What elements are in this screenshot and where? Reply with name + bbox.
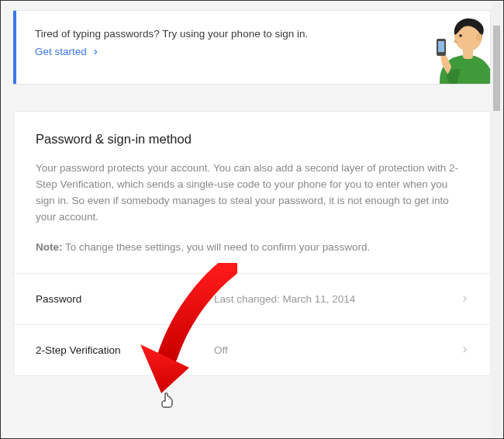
two-step-row-label: 2-Step Verification xyxy=(36,344,214,356)
two-step-verification-row[interactable]: 2-Step Verification Off xyxy=(14,324,490,375)
get-started-link[interactable]: Get started xyxy=(35,46,99,57)
note-text: To change these settings, you will need … xyxy=(63,241,371,253)
note-label: Note: xyxy=(36,241,63,253)
password-signin-card: Password & sign-in method Your password … xyxy=(13,111,491,376)
section-description: Your password protects your account. You… xyxy=(36,161,468,226)
window-frame: Tired of typing passwords? Try using you… xyxy=(0,0,504,439)
chevron-right-icon xyxy=(461,293,468,304)
two-step-row-value: Off xyxy=(214,344,461,356)
section-note: Note: To change these settings, you will… xyxy=(36,240,468,256)
chevron-right-icon xyxy=(461,344,468,355)
password-row[interactable]: Password Last changed: March 11, 2014 xyxy=(14,273,490,324)
svg-rect-5 xyxy=(438,41,444,52)
phone-signin-promo-card: Tired of typing passwords? Try using you… xyxy=(13,10,491,85)
password-row-label: Password xyxy=(36,293,214,305)
svg-point-3 xyxy=(459,34,462,37)
svg-point-2 xyxy=(476,33,482,41)
chevron-right-icon xyxy=(91,48,99,56)
section-heading: Password & sign-in method xyxy=(36,132,468,147)
password-row-value: Last changed: March 11, 2014 xyxy=(214,293,461,305)
content-area: Tired of typing passwords? Try using you… xyxy=(1,1,503,438)
phone-user-illustration xyxy=(394,12,491,85)
get-started-label: Get started xyxy=(35,46,87,57)
